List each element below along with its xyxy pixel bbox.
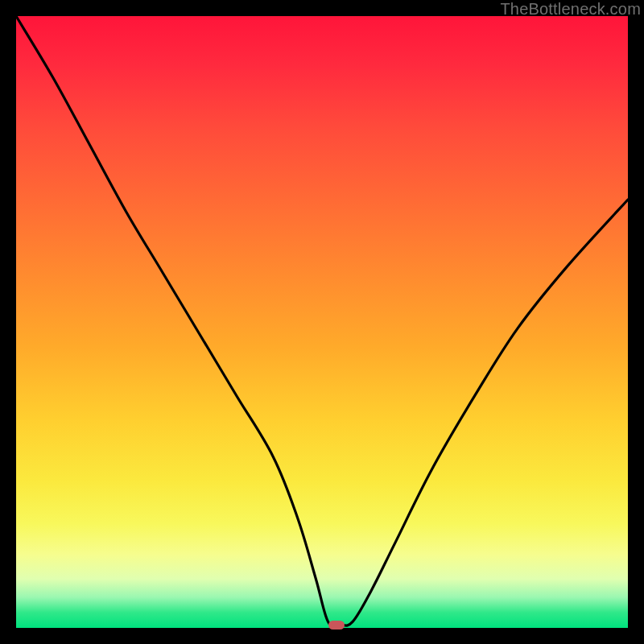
- chart-container: TheBottleneck.com: [0, 0, 644, 644]
- plot-area: [16, 16, 628, 628]
- optimum-marker: [328, 621, 345, 630]
- gradient-background: [16, 16, 628, 628]
